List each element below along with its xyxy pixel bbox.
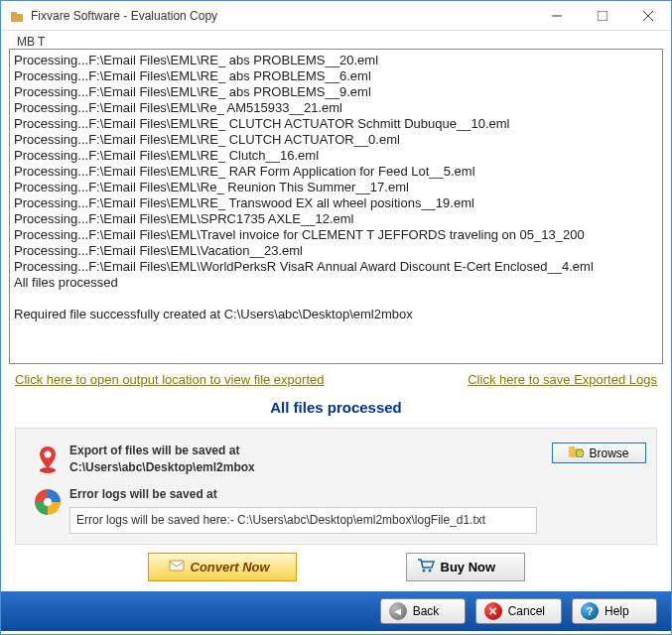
window-title: Fixvare Software - Evaluation Copy	[31, 9, 534, 23]
error-label: Error logs will be saved at	[69, 487, 217, 501]
log-line: Processing...F:\Email Files\EML\RE_ Tran…	[14, 195, 658, 211]
cart-icon	[417, 558, 435, 576]
titlebar: Fixvare Software - Evaluation Copy	[1, 1, 671, 31]
log-line: Processing...F:\Email Files\EML\RE_ abs …	[14, 68, 658, 84]
help-button[interactable]: ? Help	[572, 598, 657, 624]
svg-point-14	[428, 570, 431, 572]
open-output-link[interactable]: Click here to open output location to vi…	[15, 372, 324, 387]
log-line: Processing...F:\Email Files\EML\Travel i…	[14, 227, 658, 243]
pie-icon	[26, 486, 69, 516]
log-line: Processing...F:\Email Files\EML\Re_ Reun…	[14, 180, 658, 195]
export-path: C:\Users\abc\Desktop\eml2mbox	[69, 460, 255, 474]
location-icon	[26, 443, 69, 474]
log-line: Processing...F:\Email Files\EML\RE_ CLUT…	[14, 132, 658, 148]
log-line: Processing...F:\Email Files\EML\RE_ abs …	[14, 84, 658, 100]
help-icon: ?	[581, 602, 599, 620]
error-path: Error logs will be saved here:- C:\Users…	[69, 507, 537, 534]
buy-button[interactable]: Buy Now	[406, 553, 525, 581]
log-line: Processing...F:\Email Files\EML\Vacation…	[14, 243, 658, 259]
log-line: Required file successfully created at C:…	[14, 307, 658, 322]
cancel-button[interactable]: ✕ Cancel	[475, 598, 562, 624]
svg-point-13	[422, 570, 425, 572]
convert-button[interactable]: Convert Now	[148, 553, 297, 581]
log-output[interactable]: Processing...F:\Email Files\EML\RE_ abs …	[9, 49, 663, 364]
svg-point-7	[45, 451, 52, 458]
close-button[interactable]	[625, 1, 671, 31]
log-line: Processing...F:\Email Files\EML\Re_ AM51…	[14, 100, 658, 116]
minimize-button[interactable]	[534, 1, 580, 31]
maximize-button[interactable]	[580, 1, 625, 31]
browse-button[interactable]: Browse	[552, 443, 646, 463]
svg-rect-3	[598, 11, 607, 21]
save-logs-link[interactable]: Click here to save Exported Logs	[468, 372, 657, 387]
svg-point-11	[44, 498, 52, 506]
log-line: Processing...F:\Email Files\EML\SPRC1735…	[14, 211, 658, 227]
app-icon	[9, 8, 25, 24]
svg-rect-9	[569, 446, 575, 450]
cancel-icon: ✕	[484, 602, 502, 620]
convert-icon	[169, 558, 185, 576]
log-line: Processing...F:\Email Files\EML\RE_ Clut…	[14, 148, 658, 164]
log-line: Processing...F:\Email Files\EML\RE_ CLUT…	[14, 116, 658, 132]
status-text: All files processed	[9, 395, 663, 428]
footer-bar: ◄ Back ✕ Cancel ? Help	[1, 591, 671, 631]
svg-rect-1	[11, 12, 17, 16]
log-line: All files processed	[14, 275, 658, 291]
log-line: Processing...F:\Email Files\EML\WorldPer…	[14, 259, 658, 275]
folder-icon	[569, 445, 585, 460]
log-line: Processing...F:\Email Files\EML\RE_ RAR …	[14, 164, 658, 180]
back-button[interactable]: ◄ Back	[380, 598, 466, 624]
truncated-header: MB T	[9, 35, 663, 49]
back-icon: ◄	[389, 602, 407, 620]
svg-rect-12	[170, 561, 184, 571]
export-label: Export of files will be saved at	[69, 444, 239, 457]
log-line: Processing...F:\Email Files\EML\RE_ abs …	[14, 53, 658, 68]
settings-panel: Export of files will be saved at C:\User…	[15, 428, 657, 545]
log-line	[14, 291, 658, 307]
